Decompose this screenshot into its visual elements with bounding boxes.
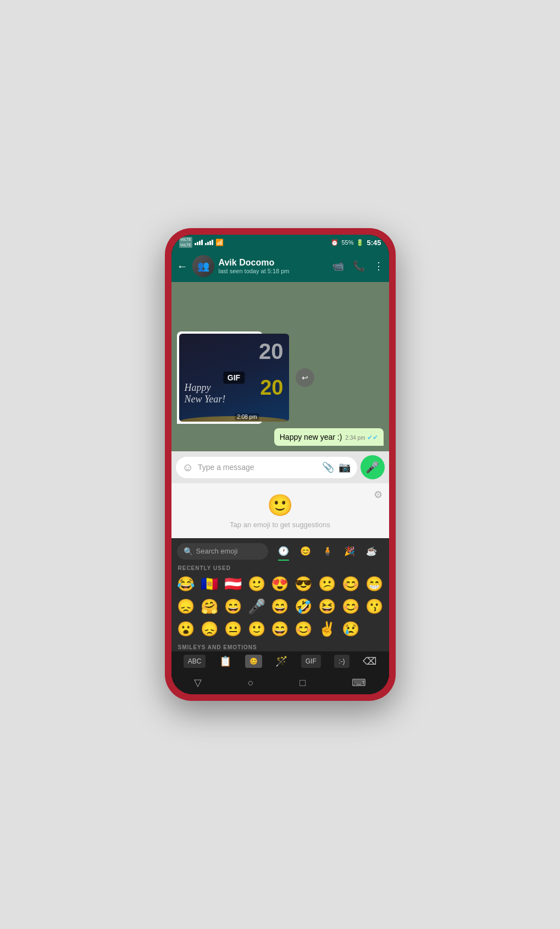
signal-bar-8	[212, 240, 213, 245]
gif-time: 2:08 pm	[235, 413, 259, 421]
clipboard-icon[interactable]: 📋	[219, 655, 231, 667]
contact-info: Avik Docomo last seen today at 5:18 pm	[219, 258, 328, 274]
emoticon-key[interactable]: :-)	[334, 655, 349, 668]
video-call-icon[interactable]: 📹	[332, 260, 344, 272]
attach-icon[interactable]: 📎	[322, 461, 334, 473]
message-input-box[interactable]: ☺ Type a message 📎 📷	[176, 457, 357, 478]
mic-button[interactable]: 🎤	[361, 455, 385, 479]
contact-status: last seen today at 5:18 pm	[219, 268, 328, 274]
forward-button[interactable]: ↩	[296, 368, 314, 387]
emoji-kiss[interactable]: 😗	[363, 596, 386, 617]
emoji-heart-eyes[interactable]: 😍	[269, 573, 291, 595]
volte-badge: VoLTE VoLTE	[179, 237, 193, 248]
input-bar: ☺ Type a message 📎 📷 🎤	[171, 451, 389, 483]
sent-message-text: Happy new year :)	[280, 433, 342, 441]
delete-key[interactable]: ⌫	[363, 655, 376, 667]
emoji-disappointed[interactable]: 😞	[175, 596, 197, 617]
emoji-flag-at[interactable]: 🇦🇹	[221, 573, 244, 595]
cat-tab-smileys[interactable]: 😊	[296, 543, 315, 560]
new-year-text: HappyNew Year!	[185, 382, 226, 405]
status-bar: VoLTE VoLTE 📶 ⏰ 55	[171, 235, 389, 250]
emoji-victory[interactable]: ✌	[316, 618, 339, 640]
signal-bar-1	[195, 243, 196, 245]
mic-icon: 🎤	[365, 461, 379, 474]
message-meta: 2:34 pm ✔✔	[345, 434, 378, 441]
sticker-icon[interactable]: 🪄	[275, 655, 287, 667]
gif-content[interactable]: 20 20 GIF HappyNew Year!	[179, 334, 289, 422]
emoji-keyboard: 🔍 Search emoji 🕐 😊 🧍 🎉 ☕ RECENTLY USED 😂…	[171, 538, 389, 671]
camera-icon[interactable]: 📷	[339, 461, 351, 473]
abc-key[interactable]: ABC	[184, 655, 206, 668]
home-nav-icon[interactable]: ○	[248, 677, 254, 689]
emoji-sunglasses[interactable]: 😎	[292, 573, 315, 595]
header-icons: 📹 📞 ⋮	[332, 260, 384, 272]
recently-used-grid: 😂 🇦🇩 🇦🇹 🙂 😍 😎 😕 😊 😁 😞 🤗 😄 🎤 😄 🤣 😆 😊 😗	[171, 572, 389, 641]
emoji-smile[interactable]: 🙂	[245, 573, 268, 595]
emoji-smile-2[interactable]: 😄	[221, 596, 244, 617]
emoji-slightly-smile[interactable]: 🙂	[245, 618, 268, 640]
phone-frame: VoLTE VoLTE 📶 ⏰ 55	[165, 228, 396, 701]
nav-bar: ▽ ○ □ ⌨	[171, 671, 389, 694]
read-receipt-icon: ✔✔	[367, 434, 378, 441]
emoji-suggestion-area: ⚙ 🙂 Tap an emoji to get suggestions	[171, 483, 389, 538]
chat-header: ← 👥 Avik Docomo last seen today at 5:18 …	[171, 250, 389, 282]
back-nav-icon[interactable]: ▽	[194, 677, 202, 689]
avatar[interactable]: 👥	[192, 255, 214, 277]
status-left: VoLTE VoLTE 📶	[179, 237, 224, 248]
emoji-laughing-3[interactable]: 😄	[269, 618, 291, 640]
search-icon: 🔍	[184, 547, 193, 556]
gif-message: 20 20 GIF HappyNew Year! 2:08 pm	[177, 331, 263, 424]
emoji-key-active[interactable]: 😊	[245, 655, 262, 668]
signal-bars-2	[205, 240, 213, 245]
emoji-hugging[interactable]: 🤗	[198, 596, 220, 617]
emoji-rofl[interactable]: 🤣	[292, 596, 315, 617]
cat-tab-objects[interactable]: ☕	[362, 543, 381, 560]
more-options-icon[interactable]: ⋮	[374, 260, 384, 272]
message-input-placeholder[interactable]: Type a message	[198, 463, 318, 472]
emoji-laughing[interactable]: 😆	[316, 596, 339, 617]
recent-apps-icon[interactable]: □	[300, 677, 306, 689]
search-emoji-input[interactable]: Search emoji	[196, 547, 238, 555]
cat-tab-people[interactable]: 🧍	[318, 543, 337, 560]
emoji-smiling[interactable]: 😊	[292, 618, 315, 640]
sent-message: Happy new year :) 2:34 pm ✔✔	[274, 428, 384, 446]
status-right: ⏰ 55% 🔋 5:45	[331, 239, 381, 247]
emoji-big-smile[interactable]: 😄	[269, 596, 291, 617]
back-button[interactable]: ←	[177, 260, 188, 273]
emoji-microphone[interactable]: 🎤	[245, 596, 268, 617]
clock: 5:45	[367, 239, 381, 247]
suggestion-text: Tap an emoji to get suggestions	[230, 521, 330, 529]
phone-screen: VoLTE VoLTE 📶 ⏰ 55	[171, 235, 389, 694]
emoji-button[interactable]: ☺	[182, 461, 193, 474]
emoji-grin[interactable]: 😁	[363, 573, 386, 595]
sent-message-time: 2:34 pm	[345, 435, 365, 441]
keyboard-nav-icon[interactable]: ⌨	[352, 677, 366, 689]
emoji-sad[interactable]: 😞	[198, 618, 220, 640]
contact-name[interactable]: Avik Docomo	[219, 258, 328, 268]
hint-smiley: 🙂	[267, 493, 293, 517]
gif-key[interactable]: GIF	[301, 655, 321, 668]
cat-tab-activities[interactable]: 🎉	[340, 543, 359, 560]
emoji-open-mouth[interactable]: 😮	[175, 618, 197, 640]
emoji-neutral[interactable]: 😐	[221, 618, 244, 640]
gif-message-wrapper: 20 20 GIF HappyNew Year! 2:08 pm ↩	[177, 331, 291, 424]
emoji-happy[interactable]: 😊	[340, 596, 362, 617]
emoji-crying[interactable]: 😢	[340, 618, 362, 640]
chat-area: 20 20 GIF HappyNew Year! 2:08 pm ↩ Happy…	[171, 282, 389, 451]
emoji-blush[interactable]: 😊	[340, 573, 362, 595]
cat-tab-recent[interactable]: 🕐	[274, 543, 293, 560]
signal-bar-7	[209, 241, 211, 245]
emoji-flag-ad[interactable]: 🇦🇩	[198, 573, 220, 595]
emoji-category-tabs: 🕐 😊 🧍 🎉 ☕	[271, 543, 384, 560]
emoji-confused[interactable]: 😕	[316, 573, 339, 595]
signal-bar-3	[199, 241, 201, 245]
messages-list: 20 20 GIF HappyNew Year! 2:08 pm ↩ Happy…	[171, 326, 389, 451]
gif-label: GIF	[223, 372, 245, 384]
signal-bar-5	[205, 243, 207, 245]
voice-call-icon[interactable]: 📞	[353, 260, 365, 272]
alarm-icon: ⏰	[331, 239, 339, 246]
year-overlay-2: 20	[260, 376, 283, 400]
settings-icon[interactable]: ⚙	[374, 489, 382, 501]
emoji-search-box[interactable]: 🔍 Search emoji	[177, 543, 268, 560]
emoji-laughing-tears[interactable]: 😂	[175, 573, 197, 595]
